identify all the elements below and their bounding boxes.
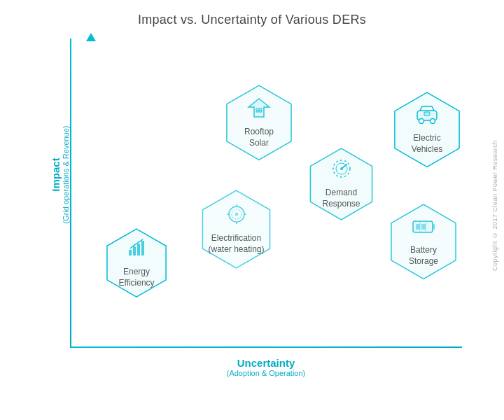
hex-icon-rooftop-solar [247,97,271,121]
x-axis-label: Uncertainty (Adoption & Operation) [70,357,462,377]
hex-icon-energy-efficiency [126,237,147,261]
svg-rect-2 [133,246,136,255]
hex-node-energy-efficiency: EnergyEfficiency [98,227,175,298]
svg-point-22 [340,167,343,170]
chart-title: Impact vs. Uncertainty of Various DERs [0,0,504,27]
hex-node-electrification: Electrification(water heating) [192,189,280,270]
hex-label-battery-storage: BatteryStorage [409,244,438,267]
svg-rect-27 [424,112,430,115]
svg-rect-4 [141,241,144,255]
svg-point-17 [234,212,238,216]
hex-content-battery-storage: BatteryStorage [382,210,465,274]
hex-label-demand-response: DemandResponse [322,187,360,209]
copyright-text: Copyright © 2017 Clean Power Research [491,140,498,271]
svg-rect-3 [137,244,140,255]
hex-label-electric-vehicles: ElectricVehicles [412,132,443,155]
svg-marker-6 [248,99,270,117]
svg-point-26 [430,118,435,123]
y-axis [70,38,71,346]
hex-content-rooftop-solar: RooftopSolar [217,90,301,155]
hex-node-rooftop-solar: RooftopSolar [217,84,301,161]
hex-node-electric-vehicles: ElectricVehicles [385,91,469,168]
chart-container: Impact vs. Uncertainty of Various DERs I… [0,0,504,420]
y-axis-main-label: Impact [50,126,62,224]
x-axis [70,346,462,348]
svg-point-25 [419,118,424,123]
x-axis-sub-label: (Adoption & Operation) [70,369,462,377]
y-arrow-icon [86,33,96,41]
x-axis-main-label: Uncertainty [70,357,462,369]
axes-area: Impact (Grid operations & Revenue) Uncer… [49,38,469,374]
svg-rect-31 [416,224,420,230]
hex-label-rooftop-solar: RooftopSolar [244,126,274,148]
svg-rect-1 [129,250,132,255]
hex-icon-electric-vehicles [414,105,440,127]
hex-node-demand-response: DemandResponse [301,147,382,221]
hex-icon-demand-response [330,158,354,182]
hex-content-electrification: Electrification(water heating) [192,197,280,262]
hex-label-energy-efficiency: EnergyEfficiency [118,266,154,288]
y-axis-sub-label: (Grid operations & Revenue) [62,126,70,224]
hex-node-battery-storage: BatteryStorage [382,203,465,280]
hex-content-electric-vehicles: ElectricVehicles [385,98,469,162]
svg-rect-32 [421,224,426,230]
y-axis-label: Impact (Grid operations & Revenue) [50,126,70,224]
hex-content-demand-response: DemandResponse [301,151,382,216]
hex-label-electrification: Electrification(water heating) [208,232,264,255]
hex-content-energy-efficiency: EnergyEfficiency [98,230,175,295]
hex-icon-battery-storage [411,217,436,239]
svg-rect-30 [433,224,435,230]
hex-icon-electrification [225,204,248,227]
